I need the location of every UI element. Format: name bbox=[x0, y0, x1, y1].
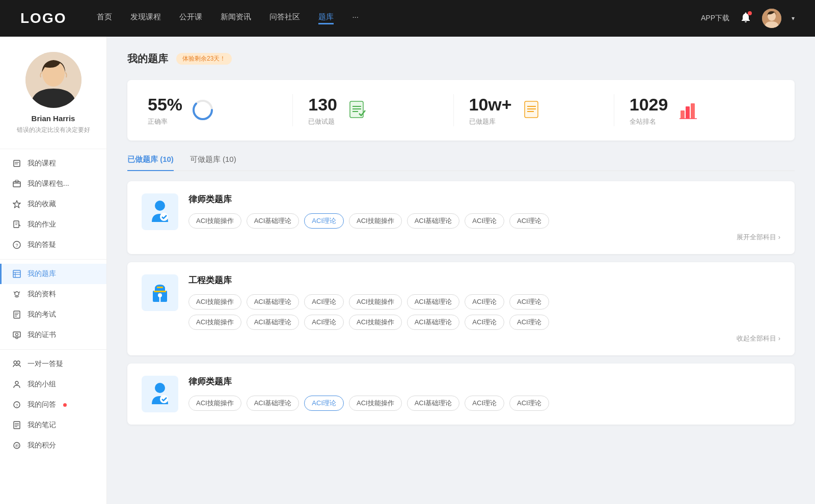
nav-user-arrow[interactable]: ▾ bbox=[792, 15, 795, 22]
nav-link-news[interactable]: 新闻资讯 bbox=[221, 12, 251, 24]
svg-rect-5 bbox=[14, 160, 20, 166]
stat-done-banks-value: 10w+ bbox=[469, 94, 512, 115]
sidebar-item-exam[interactable]: 我的考试 bbox=[0, 304, 106, 325]
sidebar-item-points[interactable]: 积 我的积分 bbox=[0, 435, 106, 456]
qbank-tag[interactable]: ACI基础理论 bbox=[407, 315, 460, 330]
points-icon: 积 bbox=[12, 441, 21, 450]
qbank-tag[interactable]: ACI理论 bbox=[465, 294, 504, 310]
qbank-tag[interactable]: ACI理论 bbox=[465, 396, 504, 411]
sidebar-item-course[interactable]: 我的课程 bbox=[0, 153, 106, 174]
qbank-tag-active[interactable]: ACI理论 bbox=[304, 396, 344, 411]
stat-accuracy-label: 正确率 bbox=[148, 117, 182, 126]
stat-rank-icon bbox=[677, 99, 699, 121]
nav-app-download[interactable]: APP下载 bbox=[701, 14, 729, 23]
qbank-tag[interactable]: ACI技能操作 bbox=[188, 213, 241, 229]
tab-done-banks[interactable]: 已做题库 (10) bbox=[127, 155, 174, 171]
profile-avatar bbox=[25, 52, 82, 108]
qbank-tag[interactable]: ACI基础理论 bbox=[407, 294, 460, 310]
qbank-card-engineer-header: 工程类题库 ACI技能操作 ACI基础理论 ACI理论 ACI技能操作 ACI基… bbox=[142, 274, 780, 343]
sidebar: Brian Harris 错误的决定比没有决定要好 我的课程 我的课程包... … bbox=[0, 37, 107, 504]
qbank-lawyer-icon-wrapper-2 bbox=[142, 376, 178, 412]
sidebar-item-group[interactable]: 我的小组 bbox=[0, 374, 106, 395]
nav-link-home[interactable]: 首页 bbox=[97, 12, 112, 24]
note-icon bbox=[12, 421, 21, 430]
package-icon bbox=[12, 179, 21, 188]
qbank-expand-1[interactable]: 展开全部科目 › bbox=[188, 233, 780, 242]
nav-bell-button[interactable] bbox=[740, 11, 752, 25]
qbank-tag[interactable]: ACI基础理论 bbox=[247, 294, 300, 310]
stat-accuracy-icon bbox=[192, 99, 214, 121]
qbank-card-lawyer-1-tags: ACI技能操作 ACI基础理论 ACI理论 ACI技能操作 ACI基础理论 AC… bbox=[188, 213, 780, 229]
qbank-tag[interactable]: ACI基础理论 bbox=[247, 396, 300, 411]
svg-rect-15 bbox=[13, 270, 20, 277]
svg-rect-54 bbox=[681, 110, 685, 119]
engineer-icon bbox=[147, 279, 173, 306]
qbank-tag[interactable]: ACI技能操作 bbox=[349, 294, 402, 310]
qbank-engineer-icon-wrapper bbox=[142, 274, 178, 311]
stat-rank: 1029 全站排名 bbox=[614, 94, 774, 126]
page-title: 我的题库 bbox=[127, 52, 168, 66]
svg-line-21 bbox=[19, 292, 20, 293]
qbank-tag[interactable]: ACI基础理论 bbox=[247, 213, 300, 229]
qbank-tag[interactable]: ACI理论 bbox=[465, 315, 504, 330]
sidebar-item-qbank[interactable]: 我的题库 bbox=[0, 264, 106, 284]
svg-point-33 bbox=[15, 381, 18, 384]
sidebar-label-exam: 我的考试 bbox=[28, 310, 56, 319]
nav-link-opencourse[interactable]: 公开课 bbox=[179, 12, 202, 24]
svg-rect-26 bbox=[13, 332, 20, 337]
sidebar-item-cert[interactable]: 我的证书 bbox=[0, 325, 106, 345]
course-icon bbox=[12, 159, 21, 168]
nav-link-qa[interactable]: 问答社区 bbox=[269, 12, 300, 24]
qbank-tag[interactable]: ACI技能操作 bbox=[349, 213, 402, 229]
sidebar-item-material[interactable]: 我的资料 bbox=[0, 284, 106, 304]
stat-done-questions-icon bbox=[346, 99, 369, 121]
svg-point-65 bbox=[155, 383, 165, 393]
qbank-tag[interactable]: ACI技能操作 bbox=[188, 396, 241, 411]
qbank-tag[interactable]: ACI基础理论 bbox=[407, 396, 460, 411]
sidebar-label-note: 我的笔记 bbox=[28, 421, 56, 430]
profile-avatar-img bbox=[25, 52, 82, 108]
qbank-tag[interactable]: ACI理论 bbox=[509, 396, 549, 411]
nav-avatar[interactable] bbox=[762, 9, 781, 28]
qbank-tag[interactable]: ACI理论 bbox=[304, 294, 344, 310]
qbank-collapse-2[interactable]: 收起全部科目 › bbox=[188, 334, 780, 343]
avatar-img bbox=[762, 9, 781, 28]
nav-link-more[interactable]: ··· bbox=[352, 12, 359, 24]
stat-done-banks-numbers: 10w+ 已做题库 bbox=[469, 94, 512, 126]
nav-link-qbank[interactable]: 题库 bbox=[318, 12, 334, 24]
sidebar-item-note[interactable]: 我的笔记 bbox=[0, 415, 106, 435]
qbank-card-engineer-tags-row1: ACI技能操作 ACI基础理论 ACI理论 ACI技能操作 ACI基础理论 AC… bbox=[188, 294, 780, 310]
sidebar-label-qa: 我的答疑 bbox=[28, 240, 56, 249]
exam-icon bbox=[12, 310, 21, 319]
svg-point-63 bbox=[158, 293, 162, 297]
qbank-card-lawyer-2: 律师类题库 ACI技能操作 ACI基础理论 ACI理论 ACI技能操作 ACI基… bbox=[127, 363, 795, 425]
sidebar-item-qa[interactable]: ? 我的答疑 bbox=[0, 235, 106, 255]
sidebar-item-homework[interactable]: 我的作业 bbox=[0, 214, 106, 235]
nav-right: APP下载 ▾ bbox=[701, 9, 795, 28]
tab-available-banks[interactable]: 可做题库 (10) bbox=[190, 155, 236, 171]
sidebar-item-package[interactable]: 我的课程包... bbox=[0, 174, 106, 194]
sidebar-label-homework: 我的作业 bbox=[28, 220, 56, 229]
qbank-tag[interactable]: ACI技能操作 bbox=[349, 396, 402, 411]
qbank-tag[interactable]: ACI理论 bbox=[465, 213, 504, 229]
sidebar-item-favorites[interactable]: 我的收藏 bbox=[0, 194, 106, 214]
qbank-tag[interactable]: ACI理论 bbox=[509, 213, 549, 229]
qbank-tag-active[interactable]: ACI理论 bbox=[304, 213, 344, 229]
sidebar-item-one2one[interactable]: 一对一答疑 bbox=[0, 354, 106, 374]
qbank-tag[interactable]: ACI理论 bbox=[509, 315, 549, 330]
qbank-tag[interactable]: ACI技能操作 bbox=[349, 315, 402, 330]
svg-line-20 bbox=[14, 292, 15, 293]
qbank-card-lawyer-1-body: 律师类题库 ACI技能操作 ACI基础理论 ACI理论 ACI技能操作 ACI基… bbox=[188, 193, 780, 242]
qbank-tag[interactable]: ACI理论 bbox=[509, 294, 549, 310]
qbank-tag[interactable]: ACI基础理论 bbox=[247, 315, 300, 330]
svg-rect-62 bbox=[157, 287, 163, 288]
sidebar-item-question[interactable]: ? 我的问答 bbox=[0, 395, 106, 415]
qbank-tag[interactable]: ACI技能操作 bbox=[188, 315, 241, 330]
qbank-tag[interactable]: ACI基础理论 bbox=[407, 213, 460, 229]
sidebar-label-package: 我的课程包... bbox=[28, 179, 69, 188]
qbank-tag[interactable]: ACI技能操作 bbox=[188, 294, 241, 310]
qbank-tag[interactable]: ACI理论 bbox=[304, 315, 344, 330]
nav-link-discover[interactable]: 发现课程 bbox=[130, 12, 161, 24]
qa-icon: ? bbox=[12, 240, 21, 249]
stat-accuracy-numbers: 55% 正确率 bbox=[148, 94, 182, 126]
